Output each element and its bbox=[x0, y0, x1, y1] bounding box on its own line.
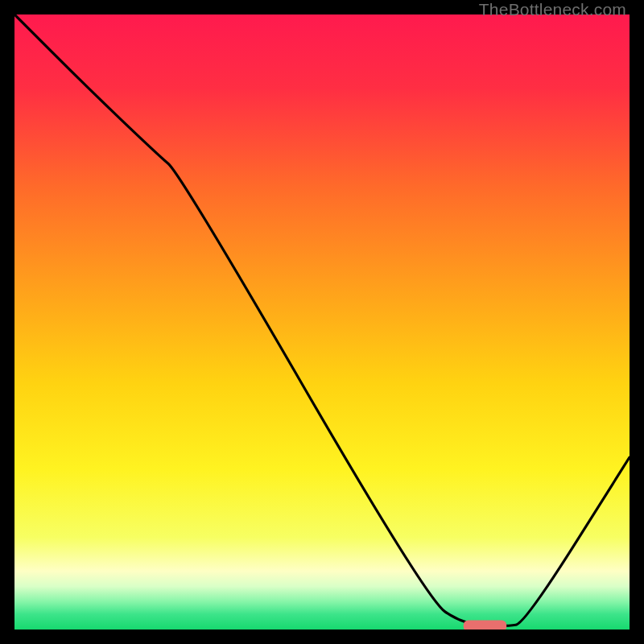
chart-frame bbox=[14, 14, 630, 630]
watermark-label: TheBottleneck.com bbox=[479, 0, 626, 19]
sweet-spot-marker bbox=[464, 620, 506, 630]
chart-svg bbox=[14, 14, 630, 630]
